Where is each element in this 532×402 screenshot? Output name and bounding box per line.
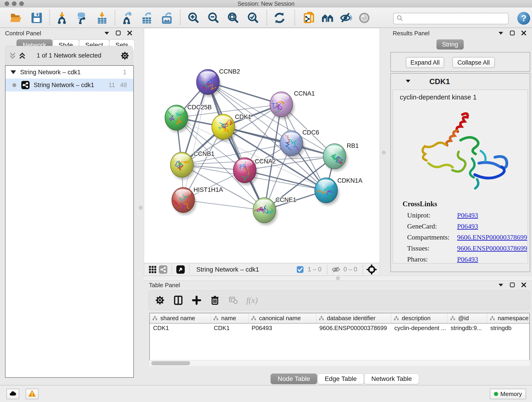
right-splitter[interactable] (380, 28, 388, 276)
protein-structure-image (403, 106, 518, 198)
horizontal-splitter-grip[interactable] (336, 276, 340, 280)
float-panel-icon[interactable] (510, 282, 515, 288)
network-options-gear-icon[interactable] (120, 51, 129, 60)
network-node-CDC25B[interactable] (165, 105, 190, 133)
gene-header-row[interactable]: CDK1 (391, 74, 530, 89)
collapse-all-button[interactable]: Collapse All (452, 57, 495, 68)
tab-node-table[interactable]: Node Table (271, 374, 317, 384)
network-collection-row[interactable]: String Network – cdk1 1 (6, 66, 133, 79)
open-session-icon[interactable] (9, 11, 23, 25)
network-node-RB1[interactable] (323, 144, 348, 171)
network-node-CDC6[interactable] (280, 131, 304, 158)
grid-view-icon[interactable] (147, 264, 158, 275)
panel-menu-icon[interactable] (498, 283, 504, 288)
table-panel: Table Panel f(x) shared namenamecanonica… (144, 281, 532, 385)
crosslink-link[interactable]: P06493 (457, 211, 478, 219)
zoom-fit-icon[interactable] (227, 11, 240, 25)
scrollbar-thumb[interactable] (151, 361, 190, 365)
close-panel-icon[interactable] (521, 30, 526, 37)
clone-network-icon[interactable] (303, 11, 316, 25)
control-panel-title: Control Panel (5, 30, 41, 37)
column-header-namespace[interactable]: namespace (487, 313, 530, 323)
open-in-window-icon[interactable] (175, 264, 186, 275)
column-header-name[interactable]: name (210, 313, 248, 323)
import-table-icon[interactable] (95, 11, 109, 25)
table-row[interactable]: CDK1CDK1P064939606.ENSP00000378699cyclin… (150, 323, 530, 332)
crosslink-link[interactable]: 9606.ENSP00000378699 (457, 233, 527, 241)
home-icon[interactable] (321, 11, 334, 25)
float-panel-icon[interactable] (510, 30, 515, 37)
refresh-icon[interactable] (273, 11, 286, 25)
edge-CCNB2-HIST1H1A[interactable] (183, 82, 208, 200)
table-cell[interactable]: cyclin-dependent ... (391, 323, 447, 332)
table-cell[interactable]: stringdb (487, 323, 530, 332)
network-node-CDK1[interactable] (212, 114, 236, 142)
memory-button[interactable]: Memory (490, 389, 526, 399)
left-splitter[interactable] (138, 28, 144, 385)
node-label-RB1: RB1 (347, 142, 359, 149)
network-node-CDKN1A[interactable] (314, 178, 339, 205)
network-row[interactable]: String Network – cdk1 11 48 (6, 79, 133, 91)
network-node-HIST1H1A[interactable] (170, 187, 196, 215)
table-cell[interactable]: CDK1 (150, 323, 210, 332)
column-header--id[interactable]: @id (447, 313, 487, 323)
search-field[interactable] (393, 13, 509, 24)
table-cell[interactable]: P06493 (248, 323, 316, 332)
column-header-canonical-name[interactable]: canonical name (248, 313, 316, 323)
right-splitter-grip[interactable] (382, 151, 386, 154)
create-column-plus-icon[interactable] (191, 295, 202, 306)
network-view-canvas[interactable]: CCNB2CCNA1CDC25BCDK1CDC6RB1CCNB1CCNA2CDK… (144, 28, 380, 263)
float-panel-icon[interactable] (115, 30, 121, 37)
panel-menu-icon[interactable] (498, 31, 504, 36)
search-input[interactable] (403, 15, 502, 22)
network-node-CCNA1[interactable] (268, 92, 294, 120)
selected-checkbox-icon[interactable] (295, 264, 305, 275)
import-network-icon[interactable] (55, 11, 69, 25)
save-session-icon[interactable] (30, 11, 43, 25)
network-node-CCNE1[interactable] (253, 198, 278, 225)
tab-network-table[interactable]: Network Table (364, 374, 419, 384)
close-panel-icon[interactable] (127, 30, 133, 37)
tab-edge-table[interactable]: Edge Table (317, 374, 364, 384)
preview-icon[interactable] (358, 11, 371, 25)
zoom-selected-icon[interactable] (247, 11, 260, 25)
network-node-CCNB2[interactable] (196, 70, 221, 97)
table-horizontal-scrollbar[interactable] (149, 360, 530, 366)
close-panel-icon[interactable] (521, 282, 526, 288)
string-style-icon[interactable] (158, 264, 168, 275)
cloud-button[interactable] (6, 389, 19, 399)
import-network-database-icon[interactable] (75, 11, 88, 25)
fit-selected-crosshair-icon[interactable] (366, 264, 377, 275)
tab-string[interactable]: String (437, 39, 464, 50)
hidden-eye-slash-icon[interactable] (331, 264, 341, 275)
export-network-icon[interactable] (120, 11, 134, 25)
table-cell[interactable]: stringdb:9... (447, 323, 487, 332)
zoom-in-icon[interactable] (187, 11, 200, 25)
delete-column-trash-icon[interactable] (210, 295, 220, 306)
collection-expand-icon[interactable] (11, 70, 16, 74)
table-settings-gear-icon[interactable] (155, 295, 165, 306)
crosslink-link[interactable]: P06493 (457, 222, 478, 230)
crosslink-link[interactable]: P06493 (457, 255, 478, 263)
column-header-database-identifier[interactable]: database identifier (316, 313, 391, 323)
export-image-icon[interactable] (160, 11, 173, 25)
horizontal-splitter[interactable] (144, 276, 532, 281)
warnings-button[interactable] (26, 389, 38, 399)
left-splitter-grip[interactable] (139, 206, 143, 210)
crosslink-link[interactable]: 9606.ENSP00000378699 (457, 244, 527, 252)
table-cell[interactable]: 9606.ENSP00000378699 (316, 323, 391, 332)
zoom-out-icon[interactable] (207, 11, 220, 25)
expand-all-button[interactable]: Expand All (406, 57, 444, 68)
export-table-icon[interactable] (140, 11, 153, 25)
hide-unhide-icon[interactable] (339, 11, 353, 25)
crosslink-label: Compartments: (407, 233, 457, 241)
panel-menu-icon[interactable] (104, 31, 109, 36)
string-network-graph[interactable]: CCNB2CCNA1CDC25BCDK1CDC6RB1CCNB1CCNA2CDK… (144, 28, 380, 263)
show-columns-icon[interactable] (173, 295, 184, 306)
column-header-shared-name[interactable]: shared name (150, 313, 210, 323)
column-header-description[interactable]: description (391, 313, 447, 323)
crosslink-value: P06493 (457, 211, 478, 219)
table-cell[interactable]: CDK1 (210, 323, 248, 332)
gene-collapse-icon[interactable] (405, 79, 411, 84)
help-button[interactable]: ? (517, 12, 530, 25)
